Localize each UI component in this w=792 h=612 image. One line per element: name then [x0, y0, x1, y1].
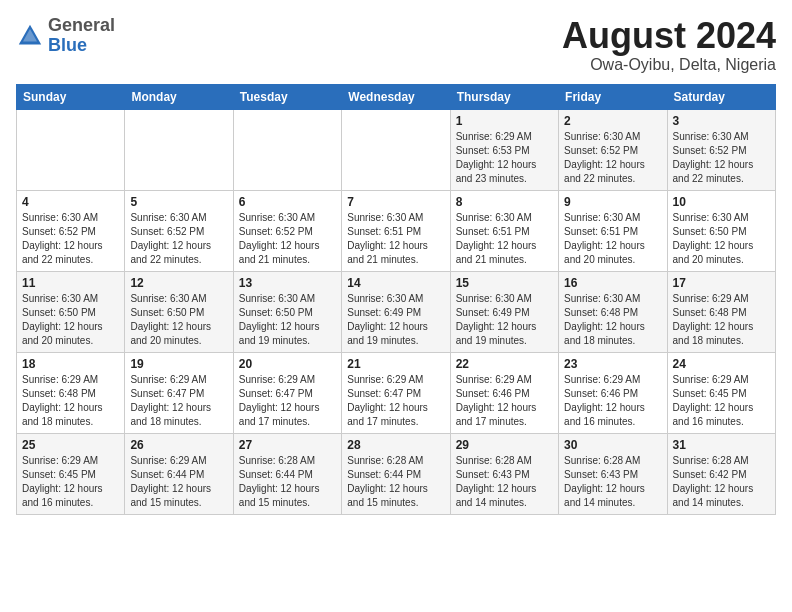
day-number: 29: [456, 438, 553, 452]
logo-blue: Blue: [48, 35, 87, 55]
day-info: Sunrise: 6:30 AM Sunset: 6:52 PM Dayligh…: [239, 211, 336, 267]
weekday-header-tuesday: Tuesday: [233, 84, 341, 109]
weekday-header-wednesday: Wednesday: [342, 84, 450, 109]
day-info: Sunrise: 6:29 AM Sunset: 6:47 PM Dayligh…: [347, 373, 444, 429]
calendar-cell: 31Sunrise: 6:28 AM Sunset: 6:42 PM Dayli…: [667, 433, 775, 514]
calendar-cell: [17, 109, 125, 190]
calendar-cell: 6Sunrise: 6:30 AM Sunset: 6:52 PM Daylig…: [233, 190, 341, 271]
day-info: Sunrise: 6:30 AM Sunset: 6:51 PM Dayligh…: [347, 211, 444, 267]
logo: General Blue: [16, 16, 115, 56]
day-number: 26: [130, 438, 227, 452]
day-info: Sunrise: 6:29 AM Sunset: 6:47 PM Dayligh…: [239, 373, 336, 429]
location: Owa-Oyibu, Delta, Nigeria: [562, 56, 776, 74]
weekday-header-friday: Friday: [559, 84, 667, 109]
calendar-cell: 1Sunrise: 6:29 AM Sunset: 6:53 PM Daylig…: [450, 109, 558, 190]
day-number: 22: [456, 357, 553, 371]
day-number: 2: [564, 114, 661, 128]
day-number: 7: [347, 195, 444, 209]
day-info: Sunrise: 6:30 AM Sunset: 6:52 PM Dayligh…: [22, 211, 119, 267]
day-info: Sunrise: 6:30 AM Sunset: 6:50 PM Dayligh…: [130, 292, 227, 348]
weekday-header-sunday: Sunday: [17, 84, 125, 109]
calendar-week-1: 1Sunrise: 6:29 AM Sunset: 6:53 PM Daylig…: [17, 109, 776, 190]
day-number: 9: [564, 195, 661, 209]
day-info: Sunrise: 6:29 AM Sunset: 6:44 PM Dayligh…: [130, 454, 227, 510]
weekday-header-saturday: Saturday: [667, 84, 775, 109]
day-number: 17: [673, 276, 770, 290]
logo-icon: [16, 22, 44, 50]
day-number: 28: [347, 438, 444, 452]
day-number: 6: [239, 195, 336, 209]
day-info: Sunrise: 6:30 AM Sunset: 6:50 PM Dayligh…: [22, 292, 119, 348]
day-number: 30: [564, 438, 661, 452]
day-number: 27: [239, 438, 336, 452]
day-info: Sunrise: 6:30 AM Sunset: 6:50 PM Dayligh…: [239, 292, 336, 348]
calendar-cell: 2Sunrise: 6:30 AM Sunset: 6:52 PM Daylig…: [559, 109, 667, 190]
day-info: Sunrise: 6:28 AM Sunset: 6:43 PM Dayligh…: [564, 454, 661, 510]
day-info: Sunrise: 6:28 AM Sunset: 6:44 PM Dayligh…: [347, 454, 444, 510]
calendar-week-2: 4Sunrise: 6:30 AM Sunset: 6:52 PM Daylig…: [17, 190, 776, 271]
calendar-cell: 30Sunrise: 6:28 AM Sunset: 6:43 PM Dayli…: [559, 433, 667, 514]
calendar-table: SundayMondayTuesdayWednesdayThursdayFrid…: [16, 84, 776, 515]
logo-general: General: [48, 15, 115, 35]
day-info: Sunrise: 6:29 AM Sunset: 6:45 PM Dayligh…: [673, 373, 770, 429]
day-info: Sunrise: 6:29 AM Sunset: 6:46 PM Dayligh…: [456, 373, 553, 429]
calendar-cell: 12Sunrise: 6:30 AM Sunset: 6:50 PM Dayli…: [125, 271, 233, 352]
day-number: 5: [130, 195, 227, 209]
day-number: 25: [22, 438, 119, 452]
calendar-cell: [125, 109, 233, 190]
calendar-cell: 15Sunrise: 6:30 AM Sunset: 6:49 PM Dayli…: [450, 271, 558, 352]
day-info: Sunrise: 6:30 AM Sunset: 6:52 PM Dayligh…: [130, 211, 227, 267]
day-number: 16: [564, 276, 661, 290]
day-number: 10: [673, 195, 770, 209]
day-number: 23: [564, 357, 661, 371]
day-info: Sunrise: 6:29 AM Sunset: 6:46 PM Dayligh…: [564, 373, 661, 429]
month-year: August 2024: [562, 16, 776, 56]
calendar-cell: 13Sunrise: 6:30 AM Sunset: 6:50 PM Dayli…: [233, 271, 341, 352]
day-number: 21: [347, 357, 444, 371]
calendar-cell: 28Sunrise: 6:28 AM Sunset: 6:44 PM Dayli…: [342, 433, 450, 514]
calendar-cell: 21Sunrise: 6:29 AM Sunset: 6:47 PM Dayli…: [342, 352, 450, 433]
day-info: Sunrise: 6:28 AM Sunset: 6:42 PM Dayligh…: [673, 454, 770, 510]
day-info: Sunrise: 6:28 AM Sunset: 6:44 PM Dayligh…: [239, 454, 336, 510]
calendar-cell: 14Sunrise: 6:30 AM Sunset: 6:49 PM Dayli…: [342, 271, 450, 352]
calendar-cell: 16Sunrise: 6:30 AM Sunset: 6:48 PM Dayli…: [559, 271, 667, 352]
day-info: Sunrise: 6:29 AM Sunset: 6:45 PM Dayligh…: [22, 454, 119, 510]
calendar-cell: 8Sunrise: 6:30 AM Sunset: 6:51 PM Daylig…: [450, 190, 558, 271]
day-number: 14: [347, 276, 444, 290]
day-info: Sunrise: 6:30 AM Sunset: 6:48 PM Dayligh…: [564, 292, 661, 348]
calendar-cell: 24Sunrise: 6:29 AM Sunset: 6:45 PM Dayli…: [667, 352, 775, 433]
weekday-header-thursday: Thursday: [450, 84, 558, 109]
day-number: 4: [22, 195, 119, 209]
calendar-cell: 9Sunrise: 6:30 AM Sunset: 6:51 PM Daylig…: [559, 190, 667, 271]
day-info: Sunrise: 6:28 AM Sunset: 6:43 PM Dayligh…: [456, 454, 553, 510]
calendar-cell: 10Sunrise: 6:30 AM Sunset: 6:50 PM Dayli…: [667, 190, 775, 271]
weekday-header-row: SundayMondayTuesdayWednesdayThursdayFrid…: [17, 84, 776, 109]
day-number: 13: [239, 276, 336, 290]
calendar-cell: 29Sunrise: 6:28 AM Sunset: 6:43 PM Dayli…: [450, 433, 558, 514]
day-number: 3: [673, 114, 770, 128]
calendar-cell: 17Sunrise: 6:29 AM Sunset: 6:48 PM Dayli…: [667, 271, 775, 352]
day-info: Sunrise: 6:30 AM Sunset: 6:52 PM Dayligh…: [673, 130, 770, 186]
weekday-header-monday: Monday: [125, 84, 233, 109]
calendar-cell: 3Sunrise: 6:30 AM Sunset: 6:52 PM Daylig…: [667, 109, 775, 190]
calendar-cell: 25Sunrise: 6:29 AM Sunset: 6:45 PM Dayli…: [17, 433, 125, 514]
day-number: 1: [456, 114, 553, 128]
calendar-cell: [342, 109, 450, 190]
calendar-cell: 26Sunrise: 6:29 AM Sunset: 6:44 PM Dayli…: [125, 433, 233, 514]
day-info: Sunrise: 6:29 AM Sunset: 6:53 PM Dayligh…: [456, 130, 553, 186]
day-info: Sunrise: 6:29 AM Sunset: 6:48 PM Dayligh…: [22, 373, 119, 429]
calendar-cell: 19Sunrise: 6:29 AM Sunset: 6:47 PM Dayli…: [125, 352, 233, 433]
calendar-cell: 22Sunrise: 6:29 AM Sunset: 6:46 PM Dayli…: [450, 352, 558, 433]
day-number: 15: [456, 276, 553, 290]
calendar-cell: 7Sunrise: 6:30 AM Sunset: 6:51 PM Daylig…: [342, 190, 450, 271]
calendar-cell: 5Sunrise: 6:30 AM Sunset: 6:52 PM Daylig…: [125, 190, 233, 271]
day-number: 12: [130, 276, 227, 290]
day-info: Sunrise: 6:30 AM Sunset: 6:52 PM Dayligh…: [564, 130, 661, 186]
calendar-cell: 20Sunrise: 6:29 AM Sunset: 6:47 PM Dayli…: [233, 352, 341, 433]
day-info: Sunrise: 6:29 AM Sunset: 6:48 PM Dayligh…: [673, 292, 770, 348]
calendar-cell: 11Sunrise: 6:30 AM Sunset: 6:50 PM Dayli…: [17, 271, 125, 352]
calendar-week-3: 11Sunrise: 6:30 AM Sunset: 6:50 PM Dayli…: [17, 271, 776, 352]
day-number: 19: [130, 357, 227, 371]
day-number: 31: [673, 438, 770, 452]
day-info: Sunrise: 6:29 AM Sunset: 6:47 PM Dayligh…: [130, 373, 227, 429]
